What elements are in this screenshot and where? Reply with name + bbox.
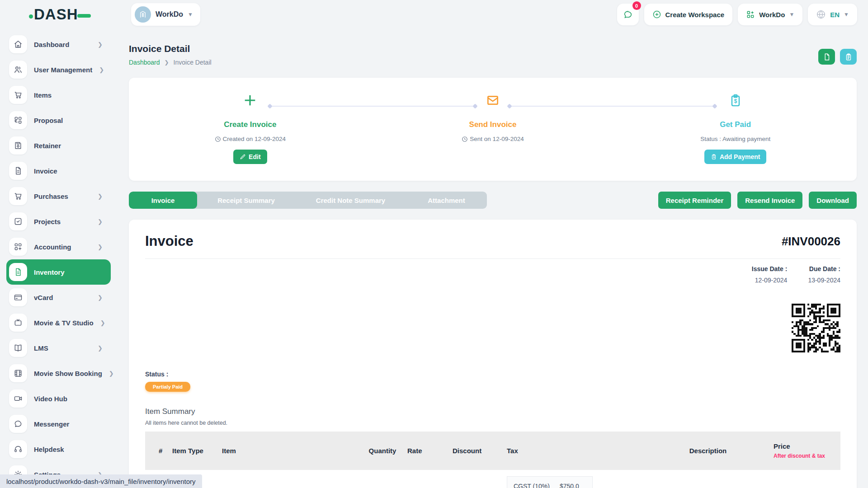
- sidebar-item-label: Inventory: [34, 268, 103, 276]
- sidebar-item-helpdesk[interactable]: Helpdesk: [0, 436, 111, 462]
- user-menu[interactable]: WorkDo ▼: [738, 4, 802, 25]
- sidebar-item-movie-show-booking[interactable]: Movie Show Booking❯: [0, 361, 111, 386]
- sidebar-item-icon-tile: [9, 187, 27, 205]
- chevron-right-icon: ❯: [100, 319, 105, 326]
- create-workspace-button[interactable]: Create Workspace: [644, 4, 733, 25]
- column-header-price: PriceAfter discount & tax: [774, 432, 840, 470]
- sidebar-item-icon-tile: [9, 263, 27, 281]
- column-header-quantity: Quantity: [358, 432, 407, 470]
- svg-text:$: $: [734, 98, 737, 104]
- resend-invoice-button[interactable]: Resend Invoice: [737, 192, 802, 209]
- headset-icon: [14, 445, 23, 454]
- item-summary-title: Item Summary: [145, 407, 840, 416]
- sidebar-item-video-hub[interactable]: Video Hub: [0, 386, 111, 411]
- sidebar-item-icon-tile: [9, 288, 27, 306]
- language-selector[interactable]: EN ▼: [808, 4, 857, 25]
- sidebar-item-icon-tile: [9, 136, 27, 155]
- add-payment-button[interactable]: $ Add Payment: [704, 150, 766, 164]
- chevron-right-icon: ❯: [99, 66, 104, 73]
- sidebar-item-user-management[interactable]: User Management❯: [0, 57, 111, 82]
- sidebar-item-lms[interactable]: LMS❯: [0, 335, 111, 361]
- sidebar-item-items[interactable]: Items: [0, 82, 111, 108]
- item-summary-note: All items here cannot be deleted.: [145, 420, 840, 426]
- sidebar-item-icon-tile: [9, 238, 27, 256]
- plus-circle-icon: [652, 10, 661, 19]
- receipt-reminder-button[interactable]: Receipt Reminder: [658, 192, 731, 209]
- tab-invoice[interactable]: Invoice: [129, 192, 197, 209]
- sidebar-item-label: Invoice: [34, 167, 103, 175]
- edit-invoice-button[interactable]: Edit: [233, 150, 267, 164]
- sidebar-item-label: vCard: [34, 294, 91, 301]
- step-subtitle: Sent on 12-09-2024: [462, 136, 524, 142]
- workspace-selector[interactable]: WorkDo ▼: [131, 3, 200, 26]
- tab-receipt-summary[interactable]: Receipt Summary: [197, 192, 295, 209]
- sidebar-item-accounting[interactable]: Accounting❯: [0, 234, 111, 259]
- document-icon: [823, 53, 831, 61]
- file-icon: [14, 166, 23, 175]
- messages-button[interactable]: 0: [617, 4, 639, 25]
- page-title: Invoice Detail: [129, 43, 857, 54]
- sidebar-item-icon-tile: [9, 162, 27, 180]
- sidebar-item-vcard[interactable]: vCard❯: [0, 285, 111, 310]
- invoice-number: #INV00026: [782, 235, 840, 249]
- sidebar-item-inventory[interactable]: Inventory: [6, 259, 111, 285]
- workspace-avatar: [135, 6, 151, 23]
- tab-credit-note-summary[interactable]: Credit Note Summary: [295, 192, 406, 209]
- sidebar-item-dashboard[interactable]: Dashboard❯: [0, 32, 111, 57]
- invoice-actions: Receipt ReminderResend InvoiceDownload: [658, 192, 857, 209]
- user-menu-label: WorkDo: [759, 11, 785, 19]
- logo-text: DASH: [34, 6, 78, 23]
- building-icon: [139, 10, 147, 19]
- chevron-down-icon: ▼: [789, 11, 794, 18]
- check-square-icon: [14, 217, 23, 226]
- sidebar-item-purchases[interactable]: Purchases❯: [0, 183, 111, 209]
- column-header--: #: [145, 432, 172, 470]
- sidebar-item-label: Projects: [34, 218, 91, 225]
- table-row: 1Productiphone5$1,500.0$0.0CGST (10%)$75…: [145, 470, 840, 488]
- step-connector: [270, 106, 475, 107]
- download-button[interactable]: Download: [809, 192, 857, 209]
- app-logo: DASH: [0, 6, 111, 23]
- due-date-label: Due Date :: [808, 265, 840, 272]
- tab-attachment[interactable]: Attachment: [406, 192, 487, 209]
- tv-icon: [14, 318, 23, 327]
- sidebar-item-label: Dashboard: [34, 41, 91, 48]
- cell-rate: $1,500.0: [407, 470, 453, 488]
- sidebar-item-messenger[interactable]: Messenger: [0, 411, 111, 436]
- chevron-down-icon: ▼: [844, 11, 849, 18]
- invoice-heading: Invoice: [145, 233, 193, 249]
- sidebar-item-label: Purchases: [34, 192, 91, 200]
- book-icon: [14, 343, 23, 352]
- sidebar-item-movie-tv-studio[interactable]: Movie & TV Studio❯: [0, 310, 111, 335]
- breadcrumb-dashboard-link[interactable]: Dashboard: [129, 59, 160, 66]
- pencil-icon: [240, 154, 246, 160]
- create-workspace-label: Create Workspace: [665, 11, 725, 19]
- tax-row: CGST (10%)$750.0: [507, 477, 592, 488]
- column-header-item: Item: [222, 432, 358, 470]
- column-header-tax: Tax: [507, 432, 642, 470]
- export-invoice-button[interactable]: [818, 49, 835, 65]
- copy-invoice-button[interactable]: [840, 49, 857, 65]
- sidebar-item-label: Movie & TV Studio: [34, 319, 94, 327]
- sidebar-item-retainer[interactable]: Retainer: [0, 133, 111, 158]
- sidebar-item-label: LMS: [34, 344, 91, 352]
- video-icon: [14, 394, 23, 403]
- items-table: #Item TypeItemQuantityRateDiscountTaxDes…: [145, 432, 840, 488]
- column-header-rate: Rate: [407, 432, 453, 470]
- cell-price: $8,625.0: [774, 470, 840, 488]
- sidebar-item-label: Video Hub: [34, 395, 103, 403]
- sidebar-item-invoice[interactable]: Invoice: [0, 158, 111, 183]
- status-badge: Partialy Paid: [145, 382, 190, 392]
- column-header-discount: Discount: [453, 432, 507, 470]
- sidebar-item-proposal[interactable]: Proposal: [0, 108, 111, 133]
- sidebar-item-icon-tile: [9, 389, 27, 408]
- envelope-icon: [486, 93, 500, 108]
- sidebar-item-label: Movie Show Booking: [34, 370, 102, 377]
- sidebar-item-label: Accounting: [34, 243, 91, 251]
- film-icon: [14, 369, 23, 378]
- sidebar-item-label: Proposal: [34, 117, 103, 124]
- users-icon: [14, 65, 23, 74]
- column-header-description: Description: [642, 432, 774, 470]
- sidebar-item-projects[interactable]: Projects❯: [0, 209, 111, 234]
- step-connector: [509, 106, 715, 107]
